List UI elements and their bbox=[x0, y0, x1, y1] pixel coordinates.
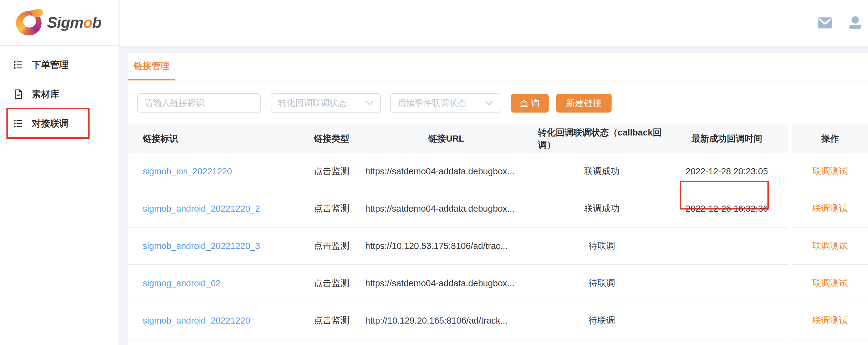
table-header-row: 链接标识 链接类型 链接URL 转化回调联调状态（callback回调） 最新成… bbox=[128, 124, 868, 153]
link-url-cell: http://10.129.20.165:8106/ad/track... bbox=[354, 302, 538, 340]
link-id-link[interactable]: sigmob_android_20221220 bbox=[143, 316, 250, 326]
last-success-time-cell: 2022-12-28 20:23:05 bbox=[666, 153, 788, 190]
sidebar-item-material-library[interactable]: 素材库 bbox=[0, 85, 119, 104]
user-icon bbox=[848, 16, 862, 30]
column-header-link-url: 链接URL bbox=[354, 124, 538, 153]
debug-test-link[interactable]: 联调测试 bbox=[812, 277, 848, 289]
fixed-column-gap bbox=[788, 302, 792, 340]
debug-test-link[interactable]: 联调测试 bbox=[812, 165, 848, 177]
list-icon bbox=[13, 59, 24, 70]
fixed-column-gap bbox=[788, 265, 792, 302]
table-row: sigmob_ios_20221220 点击监测 https://satdemo… bbox=[128, 153, 868, 190]
column-header-last-success-time: 最新成功回调时间 bbox=[666, 124, 788, 153]
link-id-search-input[interactable] bbox=[137, 93, 261, 113]
column-header-callback-status: 转化回调联调状态（callback回调） bbox=[538, 124, 666, 153]
document-icon bbox=[13, 89, 24, 100]
chevron-down-icon bbox=[366, 100, 373, 106]
callback-status-cell: 联调成功 bbox=[538, 153, 666, 190]
link-id-link[interactable]: sigmob_ios_20221220 bbox=[143, 166, 232, 176]
link-url-cell: https://satdemo04-addata.debugbox... bbox=[354, 265, 538, 302]
list-icon bbox=[13, 118, 24, 129]
link-id-link[interactable]: sigmog_android_02 bbox=[143, 278, 221, 288]
chevron-down-icon bbox=[485, 100, 493, 106]
last-success-time-cell: 2022-12-26 16:32:36 bbox=[666, 190, 788, 228]
tabs-bar: 链接管理 bbox=[128, 53, 868, 81]
sigmob-logo-icon bbox=[16, 10, 43, 35]
user-button[interactable] bbox=[848, 16, 862, 30]
sidebar-item-label: 下单管理 bbox=[32, 59, 68, 71]
callback-status-cell: 待联调 bbox=[538, 228, 666, 265]
tab-link-management[interactable]: 链接管理 bbox=[128, 53, 175, 81]
sidebar-item-order-management[interactable]: 下单管理 bbox=[0, 56, 119, 74]
fixed-column-gap bbox=[788, 190, 792, 228]
filter-row: 转化回调联调状态 后续事件联调状态 查 询 新建链接 bbox=[128, 93, 868, 113]
create-link-button[interactable]: 新建链接 bbox=[556, 94, 612, 113]
event-status-select[interactable]: 后续事件联调状态 bbox=[390, 93, 500, 113]
callback-status-cell: 待联调 bbox=[538, 265, 666, 302]
last-success-time-cell bbox=[666, 265, 788, 302]
link-url-cell: https://satdemo04-addata.debugbox... bbox=[354, 153, 538, 190]
column-header-link-id: 链接标识 bbox=[128, 124, 309, 153]
link-type-cell: 点击监测 bbox=[309, 265, 354, 302]
app-logo[interactable]: Sigmob bbox=[0, 0, 119, 46]
table-row: sigmob_android_20221220_3 点击监测 https://1… bbox=[128, 228, 868, 265]
link-url-cell: https://satdemo04-addata.debugbox... bbox=[354, 190, 538, 228]
mail-button[interactable] bbox=[818, 18, 832, 28]
fixed-column-gap bbox=[788, 124, 792, 153]
top-header bbox=[120, 0, 868, 46]
callback-status-cell: 待联调 bbox=[538, 302, 666, 340]
sidebar-item-label: 对接联调 bbox=[32, 117, 68, 130]
last-success-time-cell bbox=[666, 302, 788, 340]
debug-test-link[interactable]: 联调测试 bbox=[812, 202, 848, 215]
table-row: sigmog_android_02 点击监测 https://satdemo04… bbox=[128, 265, 868, 302]
debug-test-link[interactable]: 联调测试 bbox=[812, 240, 848, 252]
column-header-actions: 操作 bbox=[792, 124, 868, 153]
links-table: 链接标识 链接类型 链接URL 转化回调联调状态（callback回调） 最新成… bbox=[128, 124, 868, 345]
sidebar-item-integration-debug[interactable]: 对接联调 bbox=[0, 114, 119, 133]
callback-status-cell: 联调成功 bbox=[538, 190, 666, 228]
table-row: sigmob_android_20221220_2 点击监测 https://s… bbox=[128, 190, 868, 228]
table-row: sigmob_android_20221220 点击监测 http://10.1… bbox=[128, 302, 868, 340]
link-url-cell: https://10.120.53.175:8106/ad/trac... bbox=[354, 228, 538, 265]
link-type-cell: 点击监测 bbox=[309, 190, 354, 228]
fixed-column-gap bbox=[788, 153, 792, 190]
sidebar-item-label: 素材库 bbox=[32, 88, 59, 100]
link-id-link[interactable]: sigmob_android_20221220_3 bbox=[143, 241, 260, 251]
link-type-cell: 点击监测 bbox=[309, 302, 354, 340]
last-success-time-cell bbox=[666, 228, 788, 265]
table-body: sigmob_ios_20221220 点击监测 https://satdemo… bbox=[128, 153, 868, 340]
content-card: 链接管理 转化回调联调状态 后续事件联调状态 查 询 新建链接 链接标识 链接类… bbox=[128, 53, 868, 345]
link-type-cell: 点击监测 bbox=[309, 153, 354, 190]
search-button[interactable]: 查 询 bbox=[511, 94, 549, 113]
link-id-link[interactable]: sigmob_android_20221220_2 bbox=[143, 204, 260, 214]
debug-test-link[interactable]: 联调测试 bbox=[812, 314, 848, 327]
logo-wordmark: Sigmob bbox=[47, 14, 101, 31]
fixed-column-gap bbox=[788, 228, 792, 265]
column-header-link-type: 链接类型 bbox=[309, 124, 354, 153]
select-placeholder: 后续事件联调状态 bbox=[398, 97, 466, 109]
mail-icon bbox=[818, 18, 832, 28]
select-placeholder: 转化回调联调状态 bbox=[278, 97, 347, 109]
link-type-cell: 点击监测 bbox=[309, 228, 354, 265]
callback-status-select[interactable]: 转化回调联调状态 bbox=[271, 93, 381, 113]
sidebar: Sigmob 下单管理 素材库 对接联调 bbox=[0, 0, 119, 345]
